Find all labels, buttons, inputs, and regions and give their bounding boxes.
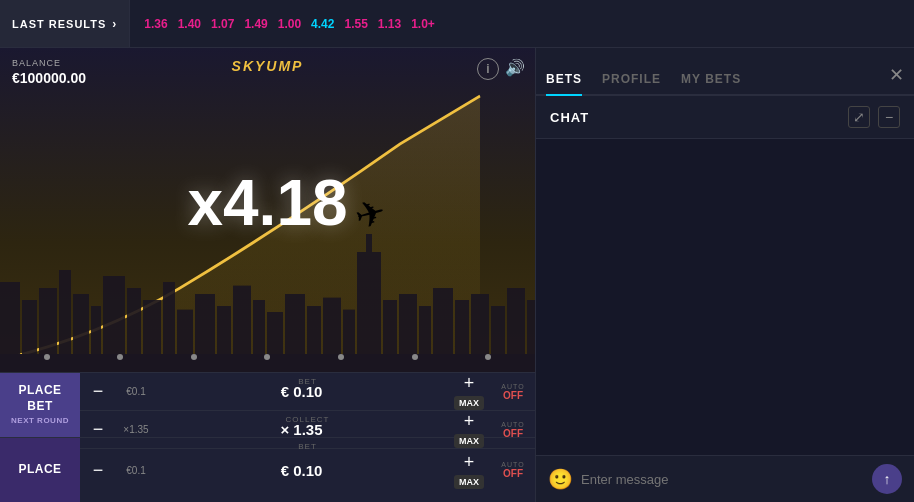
bet-label: BET [298,377,317,386]
chat-panel: CHAT ⤢ − 🙂 ↑ [536,96,914,502]
graph-dot [191,354,197,360]
bet-controls-1: PLACEBET NEXT ROUND BET − €0.1 € 0.10 + … [0,372,535,437]
result-item[interactable]: 1.07 [211,17,234,31]
chat-message-input[interactable] [581,472,864,487]
svg-rect-24 [399,294,417,360]
svg-rect-29 [491,306,505,360]
auto-status-1[interactable]: OFF [503,390,523,401]
last-results-label: LAST RESULTS [12,18,106,30]
svg-rect-21 [357,252,381,360]
chat-header-actions: ⤢ − [848,106,900,128]
chat-messages-area [536,139,914,455]
svg-rect-25 [419,306,431,360]
result-item[interactable]: 1.55 [344,17,367,31]
result-item[interactable]: 1.00 [278,17,301,31]
graph-dot [412,354,418,360]
result-item[interactable]: 1.13 [378,17,401,31]
auto-label-2: AUTO [501,461,524,468]
top-bar: LAST RESULTS › 1.361.401.071.491.004.421… [0,0,914,48]
left-panel: BALANCE €100000.00 SKYUMP i 🔊 [0,48,535,502]
result-item[interactable]: 4.42 [311,17,334,31]
tab-bets[interactable]: BETS [546,72,582,96]
next-round-label: NEXT ROUND [11,416,69,426]
svg-rect-12 [195,294,215,360]
svg-rect-19 [323,298,341,360]
result-item[interactable]: 1.0+ [411,17,435,31]
auto-label-1: AUTO [501,383,524,390]
bet-plus-button[interactable]: + [451,373,487,394]
bet-auto-1: AUTO OFF [491,383,535,401]
graph-dots [0,354,535,360]
graph-dot [44,354,50,360]
svg-rect-28 [471,294,489,360]
right-panel: BETS PROFILE MY BETS ✕ CHAT ⤢ − 🙂 ↑ [535,48,914,502]
close-button[interactable]: ✕ [889,64,904,94]
svg-rect-20 [343,310,355,360]
bet-value-display-2: € 0.10 [156,462,447,479]
game-area: BALANCE €100000.00 SKYUMP i 🔊 [0,48,535,372]
emoji-button[interactable]: 🙂 [548,467,573,491]
bet-row-1: PLACEBET NEXT ROUND BET − €0.1 € 0.10 + … [0,373,535,437]
svg-rect-4 [59,270,71,360]
bet-inner-2: BET − €0.1 € 0.10 + MAX AUTO OFF [80,438,535,502]
graph-dot [117,354,123,360]
last-results-button[interactable]: LAST RESULTS › [0,0,130,47]
svg-rect-17 [285,294,305,360]
bet-auto-2: AUTO OFF [491,461,535,479]
bet-section-amount: BET − €0.1 € 0.10 + MAX AUTO OFF [80,373,535,411]
chat-header: CHAT ⤢ − [536,96,914,139]
chevron-right-icon: › [112,17,117,31]
svg-rect-11 [177,310,193,360]
graph-dot [485,354,491,360]
result-item[interactable]: 1.49 [244,17,267,31]
graph-dot [264,354,270,360]
bet-max-button[interactable]: MAX [454,396,484,410]
bet-right-2: + MAX [447,452,491,489]
svg-rect-9 [143,300,161,360]
bet-controls-2: PLACE BET − €0.1 € 0.10 + MAX AUTO [0,437,535,502]
bet-section-2: BET − €0.1 € 0.10 + MAX AUTO OFF [80,438,535,502]
result-item[interactable]: 1.36 [144,17,167,31]
svg-rect-26 [433,288,453,360]
svg-rect-5 [73,294,89,360]
result-item[interactable]: 1.40 [178,17,201,31]
chat-minimize-button[interactable]: − [878,106,900,128]
place-bet-label: PLACEBET [18,383,61,414]
svg-rect-23 [383,300,397,360]
auto-status-collect[interactable]: OFF [503,428,523,439]
svg-rect-1 [0,282,20,360]
tab-profile[interactable]: PROFILE [602,72,661,96]
auto-label-collect: AUTO [501,421,524,428]
bet-max-button-2[interactable]: MAX [454,475,484,489]
chat-input-bar: 🙂 ↑ [536,455,914,502]
place-bet-button-1[interactable]: PLACEBET NEXT ROUND [0,373,80,437]
bet-minus-button-2[interactable]: − [80,438,116,502]
svg-rect-6 [91,306,101,360]
chat-send-button[interactable]: ↑ [872,464,902,494]
svg-rect-22 [366,234,372,258]
bet-inner-1: BET − €0.1 € 0.10 + MAX AUTO OFF [80,373,535,437]
svg-rect-13 [217,306,231,360]
svg-rect-10 [163,282,175,360]
place-bet-label-2: PLACE [18,462,61,478]
graph-dot [338,354,344,360]
svg-rect-27 [455,300,469,360]
bet-row-2: PLACE BET − €0.1 € 0.10 + MAX AUTO [0,438,535,502]
bet-small-val-2: €0.1 [116,465,156,476]
svg-rect-2 [22,300,37,360]
svg-rect-8 [127,288,141,360]
bet-plus-button-2[interactable]: + [451,452,487,473]
place-bet-button-2[interactable]: PLACE [0,438,80,502]
tab-my-bets[interactable]: MY BETS [681,72,741,96]
svg-rect-3 [39,288,57,360]
collect-plus-button[interactable]: + [451,411,487,432]
main-content: BALANCE €100000.00 SKYUMP i 🔊 [0,48,914,502]
collect-auto: AUTO OFF [491,421,535,439]
collect-small-val: ×1.35 [116,424,156,435]
bet-label-2: BET [298,442,317,451]
auto-status-2[interactable]: OFF [503,468,523,479]
bet-minus-button[interactable]: − [80,373,116,410]
svg-rect-18 [307,306,321,360]
chat-expand-button[interactable]: ⤢ [848,106,870,128]
bet-right-1: + MAX [447,373,491,410]
